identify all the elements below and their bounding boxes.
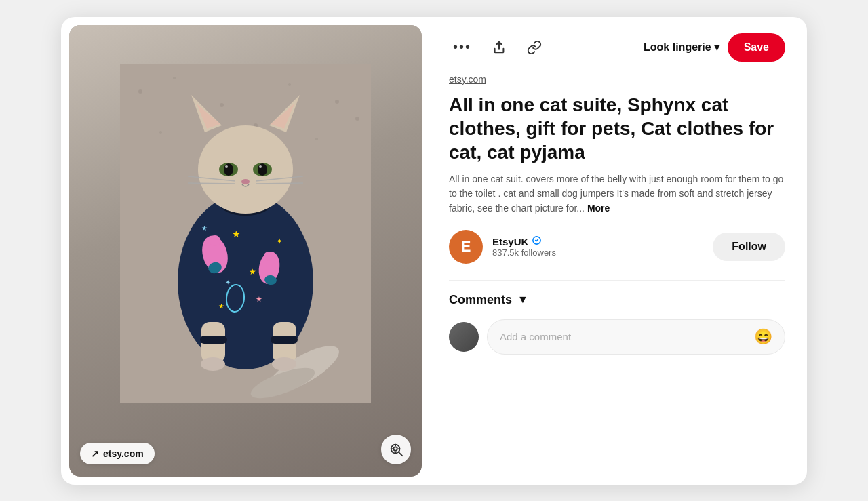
share-icon <box>492 40 507 55</box>
svg-line-44 <box>256 183 303 184</box>
svg-point-38 <box>225 165 228 168</box>
etsy-link-label: etsy.com <box>103 448 144 459</box>
comments-section: Comments ▼ Add a comment 😄 <box>449 280 785 355</box>
svg-line-52 <box>399 452 402 456</box>
emoji-button[interactable]: 😄 <box>754 328 772 346</box>
cat-illustration: ★ ★ ★ ✦ ★ ✦ ★ <box>120 64 371 403</box>
creator-followers: 837.5k followers <box>492 247 556 258</box>
svg-point-1 <box>138 89 142 94</box>
toolbar: ••• Look lingerie <box>449 33 785 62</box>
source-link[interactable]: etsy.com <box>449 74 785 85</box>
creator-avatar[interactable]: E <box>449 230 483 264</box>
svg-rect-50 <box>271 336 298 344</box>
svg-text:✦: ✦ <box>276 237 283 246</box>
pin-detail-panel: ••• Look lingerie <box>430 17 807 485</box>
creator-info: EtsyUK 837.5k followers <box>492 235 556 258</box>
svg-point-48 <box>272 357 296 371</box>
svg-point-6 <box>159 131 162 134</box>
comment-input-row: Add a comment 😄 <box>449 319 785 355</box>
commenter-avatar-image <box>449 322 479 352</box>
board-selector-button[interactable]: Look lingerie ▾ <box>644 41 719 54</box>
svg-point-2 <box>173 77 176 79</box>
creator-row: E EtsyUK 837.5k followers Follow <box>449 230 785 264</box>
svg-point-4 <box>288 83 291 86</box>
board-chevron-icon: ▾ <box>714 41 719 54</box>
share-button[interactable] <box>488 36 511 59</box>
svg-point-15 <box>210 235 220 246</box>
pin-card: ★ ★ ★ ✦ ★ ✦ ★ <box>61 17 807 485</box>
verified-badge <box>532 235 542 245</box>
toolbar-right: Look lingerie ▾ Save <box>644 33 785 62</box>
description-text: All in one cat suit. covers more of the … <box>449 174 783 214</box>
svg-line-42 <box>188 183 235 184</box>
comments-label: Comments <box>449 293 512 307</box>
svg-point-22 <box>264 252 273 261</box>
svg-point-36 <box>224 163 233 176</box>
comments-chevron-icon: ▼ <box>517 294 528 306</box>
svg-text:★: ★ <box>249 267 256 277</box>
toolbar-left: ••• <box>449 35 546 59</box>
svg-point-47 <box>201 357 225 371</box>
link-icon <box>527 40 542 55</box>
svg-point-40 <box>241 179 250 184</box>
commenter-avatar <box>449 322 479 352</box>
pin-description: All in one cat suit. covers more of the … <box>449 172 785 216</box>
follow-button[interactable]: Follow <box>713 233 785 261</box>
lens-button[interactable] <box>381 435 411 464</box>
board-name: Look lingerie <box>644 41 711 54</box>
pin-image: ★ ★ ★ ✦ ★ ✦ ★ <box>69 25 422 477</box>
svg-point-3 <box>220 103 224 107</box>
comment-placeholder: Add a comment <box>500 331 571 342</box>
svg-text:★: ★ <box>256 295 262 303</box>
creator-name: EtsyUK <box>492 235 556 247</box>
link-button[interactable] <box>523 36 546 59</box>
svg-point-9 <box>355 117 359 121</box>
svg-point-39 <box>259 165 262 168</box>
lens-icon <box>389 442 403 457</box>
svg-point-29 <box>198 125 293 214</box>
svg-point-5 <box>335 100 339 104</box>
svg-text:✦: ✦ <box>225 279 231 286</box>
more-options-button[interactable]: ••• <box>449 35 475 59</box>
verified-icon <box>532 235 542 247</box>
svg-point-37 <box>258 163 267 176</box>
more-link[interactable]: More <box>587 203 610 214</box>
creator-name-text: EtsyUK <box>492 236 528 247</box>
external-link-icon: ↗ <box>91 448 99 459</box>
creator-initial: E <box>461 238 471 256</box>
svg-point-8 <box>315 138 318 140</box>
svg-text:★: ★ <box>218 302 224 310</box>
comment-input-wrap[interactable]: Add a comment 😄 <box>487 319 785 355</box>
pin-title: All in one cat suite, Sphynx cat clothes… <box>449 93 785 164</box>
svg-text:★: ★ <box>201 224 208 232</box>
svg-point-53 <box>393 447 397 451</box>
comments-toggle[interactable]: Comments ▼ <box>449 293 785 307</box>
save-button[interactable]: Save <box>728 33 785 62</box>
more-icon: ••• <box>453 39 471 55</box>
pin-image-panel: ★ ★ ★ ✦ ★ ✦ ★ <box>69 25 422 477</box>
svg-rect-49 <box>200 336 227 344</box>
svg-text:★: ★ <box>232 228 241 239</box>
etsy-link-badge[interactable]: ↗ etsy.com <box>80 443 155 464</box>
